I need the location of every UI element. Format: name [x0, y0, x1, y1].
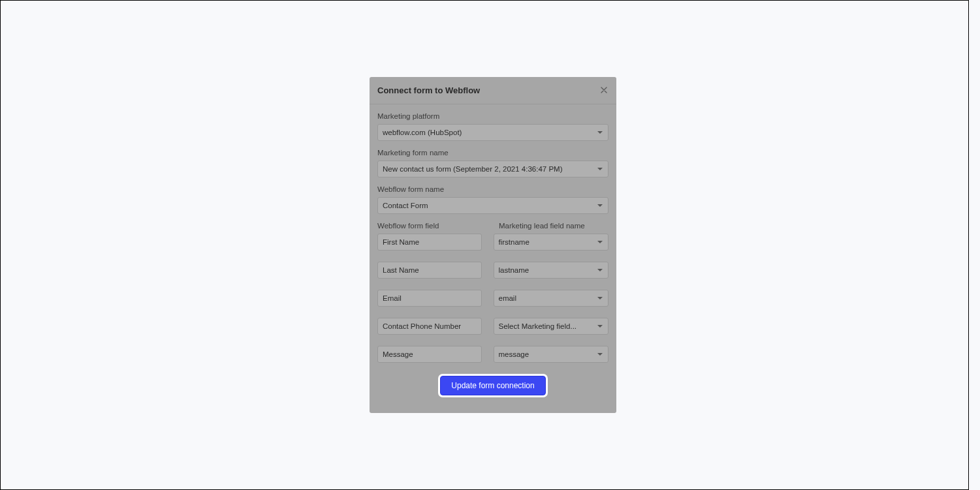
- marketing-field-value: email: [499, 294, 516, 302]
- close-button[interactable]: [599, 84, 609, 97]
- marketing-field-select[interactable]: message: [494, 346, 609, 363]
- webflow-field-value: Email: [377, 290, 482, 307]
- modal-footer: Update form connection: [377, 363, 609, 411]
- marketing-field-value: firstname: [499, 238, 530, 246]
- modal-title: Connect form to Webflow: [377, 85, 480, 95]
- mapping-row: First Name firstname: [377, 234, 609, 251]
- marketing-form-name-value: New contact us form (September 2, 2021 4…: [383, 165, 563, 173]
- mapping-row: Contact Phone Number Select Marketing fi…: [377, 318, 609, 335]
- webflow-form-name-value: Contact Form: [383, 202, 428, 209]
- marketing-platform-label: Marketing platform: [377, 112, 609, 120]
- marketing-platform-value: webflow.com (HubSpot): [383, 129, 462, 136]
- chevron-down-icon: [597, 353, 603, 356]
- mapping-row: Email email: [377, 290, 609, 307]
- marketing-platform-group: Marketing platform webflow.com (HubSpot): [377, 112, 609, 141]
- webflow-form-name-label: Webflow form name: [377, 185, 609, 193]
- chevron-down-icon: [597, 269, 603, 271]
- marketing-platform-select[interactable]: webflow.com (HubSpot): [377, 124, 609, 141]
- mapping-row: Message message: [377, 346, 609, 363]
- webflow-field-header: Webflow form field: [377, 222, 487, 230]
- chevron-down-icon: [597, 325, 603, 328]
- page-container: Connect form to Webflow Marketing platfo…: [0, 0, 969, 490]
- marketing-field-select[interactable]: lastname: [494, 262, 609, 279]
- marketing-field-value: lastname: [499, 266, 530, 274]
- close-icon: [601, 85, 607, 95]
- update-form-connection-button[interactable]: Update form connection: [440, 376, 545, 395]
- mapping-headers: Webflow form field Marketing lead field …: [377, 222, 609, 230]
- marketing-field-header: Marketing lead field name: [499, 222, 609, 230]
- marketing-form-name-label: Marketing form name: [377, 149, 609, 157]
- chevron-down-icon: [597, 204, 603, 207]
- mapping-row: Last Name lastname: [377, 262, 609, 279]
- marketing-field-select[interactable]: email: [494, 290, 609, 307]
- connect-form-modal: Connect form to Webflow Marketing platfo…: [370, 77, 616, 413]
- modal-header: Connect form to Webflow: [370, 77, 616, 104]
- chevron-down-icon: [597, 168, 603, 170]
- marketing-field-select[interactable]: Select Marketing field...: [494, 318, 609, 335]
- modal-body: Marketing platform webflow.com (HubSpot)…: [370, 104, 616, 413]
- marketing-field-select[interactable]: firstname: [494, 234, 609, 251]
- chevron-down-icon: [597, 297, 603, 299]
- marketing-field-value: Select Marketing field...: [499, 322, 577, 330]
- field-mapping-section: Webflow form field Marketing lead field …: [377, 222, 609, 363]
- marketing-form-name-group: Marketing form name New contact us form …: [377, 149, 609, 177]
- chevron-down-icon: [597, 131, 603, 134]
- webflow-form-name-group: Webflow form name Contact Form: [377, 185, 609, 214]
- webflow-field-value: Contact Phone Number: [377, 318, 482, 335]
- marketing-form-name-select[interactable]: New contact us form (September 2, 2021 4…: [377, 161, 609, 177]
- webflow-field-value: Last Name: [377, 262, 482, 279]
- webflow-field-value: First Name: [377, 234, 482, 251]
- marketing-field-value: message: [499, 350, 530, 358]
- webflow-form-name-select[interactable]: Contact Form: [377, 197, 609, 214]
- webflow-field-value: Message: [377, 346, 482, 363]
- chevron-down-icon: [597, 241, 603, 243]
